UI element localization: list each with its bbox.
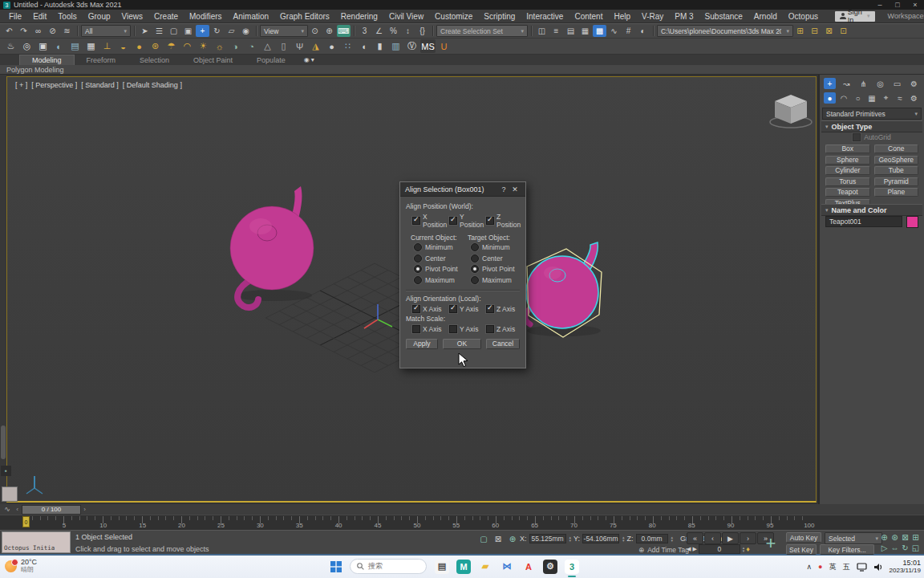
material-editor-icon[interactable]: ◐ (636, 25, 650, 37)
next-frame-icon[interactable]: › (740, 532, 756, 544)
lights-icon[interactable]: ○ (852, 92, 864, 104)
menu-item[interactable]: File (3, 12, 27, 21)
menu-item[interactable]: Scripting (478, 12, 521, 21)
object-name-field[interactable]: Teapot001 (825, 216, 902, 227)
torus-button[interactable]: Torus (825, 177, 870, 186)
device-icon[interactable]: ▮ (372, 39, 387, 53)
select-move-icon[interactable]: + (196, 25, 209, 37)
flash-light-icon[interactable]: ☼ (212, 39, 227, 53)
coordinate-system-dropdown[interactable]: View▾ (260, 25, 308, 37)
polygon-modeling-panel-label[interactable]: Polygon Modeling (6, 66, 64, 74)
cancel-button[interactable]: Cancel (486, 339, 520, 349)
viewcube[interactable] (770, 95, 812, 128)
tray-expand-icon[interactable]: ∧ (807, 563, 813, 571)
menu-item[interactable]: Civil View (383, 12, 429, 21)
ime-language-icon[interactable]: 英 (829, 562, 837, 572)
geosphere-button[interactable]: GeoSphere (874, 156, 919, 165)
select-by-name-icon[interactable]: ☰ (152, 25, 166, 37)
current-maximum-radio[interactable]: Maximum (414, 276, 463, 284)
menu-item[interactable]: Views (116, 12, 149, 21)
viewport-label-segment[interactable]: [ Default Shading ] (123, 81, 182, 89)
mail-app-icon[interactable]: M (456, 560, 471, 574)
color-swatches-icon[interactable]: ∷ (340, 39, 355, 53)
render-frame-window-icon[interactable]: ◎ (19, 39, 34, 53)
snaps-toggle-icon[interactable]: 3 (358, 25, 371, 37)
plane-button[interactable]: Plane (874, 188, 919, 197)
x-position-checkbox[interactable]: X Position (412, 213, 446, 229)
ime-mode-icon[interactable]: 五 (843, 562, 850, 572)
close-button[interactable]: × (906, 0, 924, 10)
key-mode-icon[interactable]: ♦ (746, 545, 750, 553)
dialog-close-button[interactable]: ✕ (509, 185, 521, 193)
scene-explorer-icon[interactable]: ▦ (578, 25, 592, 37)
menu-item[interactable]: Graph Editors (274, 12, 335, 21)
left-scroll-handle[interactable] (1, 425, 6, 459)
door-icon[interactable]: ▯ (276, 39, 291, 53)
vray-icon[interactable]: Ⓥ (404, 39, 419, 53)
minimize-button[interactable]: – (871, 0, 889, 10)
transform-gizmo[interactable] (364, 304, 392, 328)
utilities-tab-icon[interactable]: ⚙ (908, 78, 920, 89)
save-project-icon[interactable]: ⊠ (822, 25, 836, 37)
schematic-view-icon[interactable]: # (622, 25, 635, 37)
current-center-radio[interactable]: Center (414, 254, 463, 263)
geosphere-icon[interactable]: ◑ (228, 39, 243, 53)
speaker-icon[interactable] (873, 563, 883, 572)
network-icon[interactable] (857, 563, 867, 572)
named-selection-sets-icon[interactable]: {} (415, 25, 429, 37)
capture-app-icon[interactable]: ⚙ (543, 560, 557, 574)
unlink-icon[interactable]: ⊘ (46, 25, 59, 37)
bind-spacewarp-icon[interactable]: ≋ (60, 25, 74, 37)
name-and-color-rollout[interactable]: ▾ Name and Color (821, 204, 922, 216)
select-link-icon[interactable]: ∞ (31, 25, 45, 37)
key-filters-button[interactable]: Key Filters... (820, 544, 874, 555)
tab-populate[interactable]: Populate (245, 55, 298, 65)
object-type-rollout[interactable]: ▾ Object Type (821, 120, 922, 132)
project-path-dropdown[interactable]: C:\Users\plonee\Documents\3ds Max 2021▾ (657, 25, 793, 37)
render-setup-icon[interactable]: ♨ (3, 39, 18, 53)
menu-item[interactable]: Help (608, 12, 636, 21)
light-stand-icon[interactable]: ⊥ (99, 39, 115, 53)
dialog-help-button[interactable]: ? (498, 185, 509, 193)
track-bar[interactable]: ∿ ‹ 0 / 100 › (0, 504, 924, 515)
motion-tab-icon[interactable]: ◎ (874, 78, 886, 89)
menu-item[interactable]: Edit (27, 12, 52, 21)
tube-button[interactable]: Tube (874, 166, 919, 175)
menu-item[interactable]: Rendering (335, 12, 383, 21)
rect-region-icon[interactable]: ▢ (167, 25, 180, 37)
menu-item[interactable]: Content (569, 12, 608, 21)
time-slider-next-icon[interactable]: › (81, 505, 88, 514)
timeline-ruler[interactable]: 0510152025303540455055606570758085909510… (0, 515, 924, 531)
tab-modeling[interactable]: Modeling (19, 55, 75, 65)
y-coord-field[interactable]: -54.106mm (582, 534, 619, 543)
menu-item[interactable]: Tools (52, 12, 82, 21)
modify-tab-icon[interactable]: ↝ (841, 78, 853, 89)
pyramid-button[interactable]: Pyramid (874, 177, 919, 186)
play-icon[interactable]: ▶ (722, 532, 739, 544)
hierarchy-tab-icon[interactable]: ⋔ (857, 78, 869, 89)
select-place-icon[interactable]: ◉ (239, 25, 253, 37)
menu-item[interactable]: Substance (699, 12, 748, 21)
go-to-start-icon[interactable]: « (687, 532, 703, 544)
window-crossing-icon[interactable]: ▣ (181, 25, 195, 37)
create-selection-set-field[interactable]: Create Selection Set▾ (436, 25, 528, 37)
sign-in-button[interactable]: Sign In ▾ (835, 11, 875, 22)
select-rotate-icon[interactable]: ↻ (210, 25, 224, 37)
menu-item[interactable]: Modifiers (184, 12, 228, 21)
auto-key-button[interactable]: Auto Key (786, 532, 821, 543)
dialog-title-bar[interactable]: Align Selection (Box001) ? ✕ (400, 182, 525, 197)
butterfly-app-icon[interactable]: ⋈ (500, 560, 514, 574)
spinner-snap-icon[interactable]: ↕ (401, 25, 415, 37)
autogrid-checkbox[interactable]: AutoGrid (820, 132, 924, 142)
time-slider[interactable]: 0 / 100 (22, 505, 81, 515)
target-maximum-radio[interactable]: Maximum (471, 276, 520, 284)
mini-curve-editor-icon[interactable]: ∿ (2, 505, 12, 514)
tab-freeform[interactable]: Freeform (75, 55, 128, 65)
select-object-icon[interactable]: ➤ (138, 25, 152, 37)
taskbar-search-input[interactable]: 搜索 (350, 559, 427, 574)
skylight-dome-icon[interactable]: ◒ (116, 39, 131, 53)
target-center-radio[interactable]: Center (471, 254, 520, 263)
teapot-button[interactable]: Teapot (825, 188, 870, 197)
helmet-icon[interactable]: ◖ (356, 39, 371, 53)
menu-item[interactable]: Interactive (521, 12, 569, 21)
